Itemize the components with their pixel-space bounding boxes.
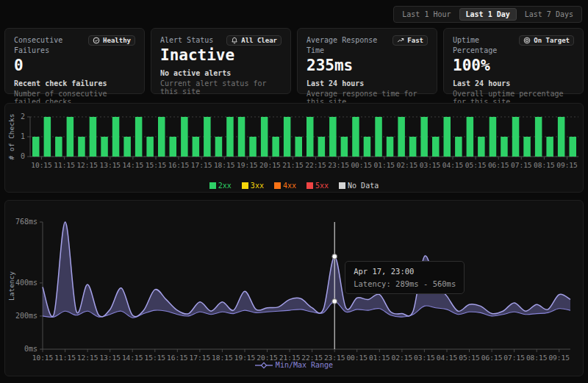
x-tick-label: 06:15 xyxy=(481,354,503,362)
check-bar[interactable] xyxy=(32,137,40,157)
check-bar[interactable] xyxy=(249,137,257,157)
check-bar[interactable] xyxy=(135,117,143,157)
card-subtitle: Last 24 hours xyxy=(453,79,574,87)
legend-item-2xx: 2xx xyxy=(209,182,232,190)
check-bar[interactable] xyxy=(467,117,474,157)
check-bar[interactable] xyxy=(398,117,405,157)
check-bar[interactable] xyxy=(318,137,326,157)
x-tick-label: 23:15 xyxy=(328,161,349,169)
check-bar[interactable] xyxy=(181,117,188,157)
check-bar[interactable] xyxy=(78,137,85,157)
check-bar[interactable] xyxy=(455,137,462,157)
check-bar[interactable] xyxy=(306,117,314,157)
x-tick-label: 11:15 xyxy=(54,161,75,169)
check-bar[interactable] xyxy=(215,137,223,157)
x-tick-label: 05:15 xyxy=(459,354,480,362)
check-bar[interactable] xyxy=(204,117,211,157)
check-bar[interactable] xyxy=(512,117,520,157)
check-bar[interactable] xyxy=(387,137,394,157)
x-tick-label: 17:15 xyxy=(191,161,212,169)
check-bar[interactable] xyxy=(44,117,51,157)
x-tick-label: 15:15 xyxy=(144,354,165,362)
latency-chart-legend: Min/Max Range xyxy=(5,361,583,369)
check-bar[interactable] xyxy=(261,117,268,157)
check-bar[interactable] xyxy=(193,137,200,157)
x-tick-label: 08:15 xyxy=(526,354,548,362)
status-badge: Fast xyxy=(392,35,428,46)
x-tick-label: 15:15 xyxy=(146,161,167,169)
check-bar[interactable] xyxy=(170,137,177,157)
card-value: 235ms xyxy=(306,57,428,74)
legend-item-min-max-range: Min/Max Range xyxy=(255,361,333,369)
latency-tooltip: Apr 17, 23:00 Latency: 289ms - 560ms xyxy=(345,261,465,294)
check-bar[interactable] xyxy=(490,117,497,157)
check-bar[interactable] xyxy=(295,137,303,157)
check-bar[interactable] xyxy=(570,137,577,157)
card-subtitle: No active alerts xyxy=(160,69,282,77)
x-tick-label: 14:15 xyxy=(123,161,144,169)
x-tick-label: 01:15 xyxy=(373,161,395,169)
x-tick-label: 10:15 xyxy=(31,161,52,169)
check-bar[interactable] xyxy=(158,117,165,157)
check-bar[interactable] xyxy=(329,117,337,157)
check-bar[interactable] xyxy=(523,137,531,157)
x-tick-label: 04:15 xyxy=(442,161,464,169)
check-bar[interactable] xyxy=(364,137,371,157)
x-tick-label: 06:15 xyxy=(488,161,509,169)
check-bar[interactable] xyxy=(341,137,348,157)
badge-label: On Target xyxy=(534,37,570,44)
check-bar[interactable] xyxy=(123,137,131,157)
check-bar[interactable] xyxy=(284,117,291,157)
legend-item-3xx: 3xx xyxy=(242,182,264,190)
y-tick-label: 400ms xyxy=(15,279,37,287)
check-bar[interactable] xyxy=(112,117,120,157)
check-bar[interactable] xyxy=(90,117,97,157)
legend-swatch xyxy=(209,182,216,189)
check-bar[interactable] xyxy=(478,137,485,157)
status-badge: Healthy xyxy=(88,35,135,46)
legend-item-5xx: 5xx xyxy=(306,182,329,190)
x-tick-label: 12:15 xyxy=(77,354,98,362)
x-tick-label: 00:15 xyxy=(346,354,368,362)
time-range-last-1-day[interactable]: Last 1 Day xyxy=(459,8,517,21)
active-dot xyxy=(332,299,337,304)
checks-chart-panel: 01210:1511:1512:1513:1514:1515:1516:1517… xyxy=(4,103,584,193)
card-value: 100% xyxy=(453,57,574,74)
check-bar[interactable] xyxy=(67,117,74,157)
x-tick-label: 07:15 xyxy=(503,354,525,362)
x-tick-label: 02:15 xyxy=(392,354,413,362)
y-tick-label: 200ms xyxy=(15,312,37,320)
check-bar[interactable] xyxy=(352,117,359,157)
x-tick-label: 20:15 xyxy=(259,161,281,169)
check-bar[interactable] xyxy=(558,117,565,157)
target-icon xyxy=(523,37,531,44)
check-bar[interactable] xyxy=(226,117,234,157)
time-range-last-7-days[interactable]: Last 7 Days xyxy=(518,8,580,21)
legend-label: 4xx xyxy=(283,182,296,190)
check-bar[interactable] xyxy=(272,137,279,157)
legend-label: No Data xyxy=(348,182,379,190)
x-tick-label: 09:15 xyxy=(556,161,578,169)
check-circle-icon xyxy=(93,37,100,44)
legend-swatch xyxy=(242,182,248,189)
card-alert-status: Alert Status All Clear Inactive No activ… xyxy=(151,28,291,94)
check-bar[interactable] xyxy=(444,117,451,157)
latency-area-chart[interactable]: 0ms200ms400ms768ms10:1511:1512:1513:1514… xyxy=(5,204,583,362)
checks-bar-chart[interactable]: 01210:1511:1512:1513:1514:1515:1516:1517… xyxy=(5,110,583,179)
check-bar[interactable] xyxy=(101,137,108,157)
check-bar[interactable] xyxy=(535,117,542,157)
x-tick-label: 12:15 xyxy=(76,161,98,169)
check-bar[interactable] xyxy=(238,117,245,157)
check-bar[interactable] xyxy=(420,117,428,157)
card-description: Current alert status for this site xyxy=(160,79,282,96)
x-tick-label: 21:15 xyxy=(282,161,304,169)
check-bar[interactable] xyxy=(409,137,417,157)
check-bar[interactable] xyxy=(55,137,62,157)
check-bar[interactable] xyxy=(375,117,382,157)
check-bar[interactable] xyxy=(501,137,508,157)
time-range-last-1-hour[interactable]: Last 1 Hour xyxy=(395,8,457,21)
check-bar[interactable] xyxy=(432,137,440,157)
card-uptime-percentage: Uptime Percentage On Target 100% Last 24… xyxy=(443,28,584,94)
check-bar[interactable] xyxy=(146,137,154,157)
check-bar[interactable] xyxy=(546,137,553,157)
